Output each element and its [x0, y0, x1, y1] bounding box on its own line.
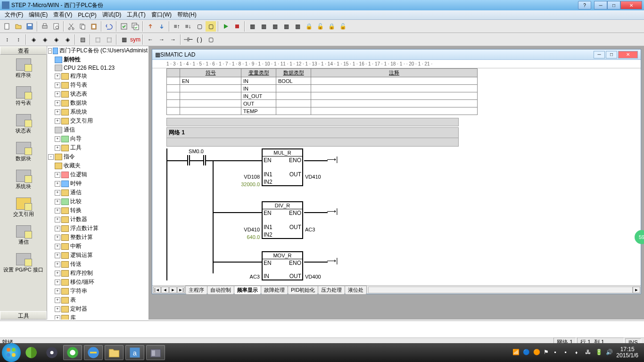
- tree-comm[interactable]: 通信: [47, 125, 149, 134]
- tree-data[interactable]: +数据块: [47, 99, 149, 107]
- tab-main[interactable]: 主程序: [185, 286, 207, 294]
- prev-bookmark-button[interactable]: ◈: [51, 34, 61, 45]
- menu-edit[interactable]: 编辑(E): [26, 10, 50, 20]
- minimize-button[interactable]: ─: [594, 1, 607, 9]
- output-panel[interactable]: [0, 321, 644, 337]
- task-360[interactable]: [63, 345, 82, 360]
- menu-help[interactable]: 帮助(H): [174, 10, 199, 20]
- tree-tools[interactable]: +工具: [47, 143, 149, 152]
- poe-comments-button[interactable]: ▢: [206, 21, 216, 32]
- start-button[interactable]: [2, 343, 21, 362]
- task-app1[interactable]: [22, 345, 41, 360]
- print-button[interactable]: [40, 21, 50, 32]
- ladder-content[interactable]: 网络 1 SM0.0 MUL_R: [152, 117, 641, 285]
- volume-icon[interactable]: 🔊: [606, 349, 613, 356]
- compile-all-button[interactable]: [130, 21, 140, 32]
- tree-int[interactable]: +整数计算: [47, 233, 149, 242]
- tree-progctrl[interactable]: +程序控制: [47, 269, 149, 278]
- copy-button[interactable]: [77, 21, 88, 32]
- menu-window[interactable]: 窗口(W): [149, 10, 174, 20]
- tab-last-button[interactable]: ►|: [177, 287, 185, 293]
- tree-shift[interactable]: +移位/循环: [47, 278, 149, 287]
- tab-fault[interactable]: 故障处理: [261, 286, 288, 294]
- tree-compare[interactable]: +比较: [47, 197, 149, 206]
- paste-button[interactable]: [89, 21, 99, 32]
- menu-plc[interactable]: PLC(P): [75, 11, 99, 19]
- download-button[interactable]: [157, 21, 167, 32]
- flag-icon[interactable]: ⚑: [544, 349, 551, 356]
- tree-wizard[interactable]: +向导: [47, 134, 149, 143]
- nav-cross-ref[interactable]: 交叉引用: [0, 194, 47, 222]
- tree-bitlogic[interactable]: +位逻辑: [47, 170, 149, 179]
- tree-sys[interactable]: +系统块: [47, 107, 149, 116]
- tree-fav[interactable]: 收藏夹: [47, 161, 149, 170]
- wifi-icon[interactable]: 📶: [512, 349, 520, 356]
- menu-debug[interactable]: 调试(D): [99, 10, 124, 20]
- toggle-bookmark-button[interactable]: ◈: [28, 34, 39, 45]
- open-button[interactable]: [13, 21, 24, 32]
- insert-network-button[interactable]: ≡↑: [172, 21, 182, 32]
- read-forced-button[interactable]: 🔓: [338, 21, 348, 32]
- tab-auto[interactable]: 自动控制: [207, 286, 234, 294]
- sort-asc-button[interactable]: ↕: [2, 34, 12, 45]
- compile-button[interactable]: [119, 21, 129, 32]
- tree-sym[interactable]: +符号表: [47, 81, 149, 90]
- tree-clock[interactable]: +时钟: [47, 179, 149, 188]
- sym-addr-button[interactable]: ▦: [119, 34, 129, 45]
- nav-pgpc[interactable]: 设置 PG/PC 接口: [0, 249, 47, 277]
- sort-desc-button[interactable]: ↕: [13, 34, 24, 45]
- block-mul-r[interactable]: MUL_R ENENO IN1OUT IN2: [262, 148, 303, 186]
- unforce-button[interactable]: 🔓: [315, 21, 325, 32]
- tree-float[interactable]: +浮点数计算: [47, 224, 149, 233]
- delete-network-button[interactable]: ≡↓: [183, 21, 193, 32]
- clock[interactable]: 17:15 2015/1/6: [616, 346, 638, 359]
- menu-view[interactable]: 查看(V): [50, 10, 75, 20]
- nav-status-table[interactable]: 状态表: [0, 110, 47, 138]
- tree-instr[interactable]: -指令: [47, 152, 149, 161]
- menu-file[interactable]: 文件(F): [2, 10, 26, 20]
- block-mov-r[interactable]: MOV_R ENENO INOUT: [262, 251, 303, 280]
- task-app2[interactable]: a: [125, 345, 144, 360]
- nav-symbol-table[interactable]: 符号表: [0, 82, 47, 110]
- tray-icon[interactable]: 🔵: [523, 349, 530, 356]
- tree-cpu[interactable]: CPU 226 REL 01.23: [47, 64, 149, 72]
- tree-interrupt[interactable]: +中断: [47, 242, 149, 251]
- undo-button[interactable]: [104, 21, 114, 32]
- toggle-poe-button[interactable]: ▢: [194, 21, 205, 32]
- write-all-button[interactable]: ▦: [292, 21, 303, 32]
- line-right-button[interactable]: →: [157, 34, 167, 45]
- upload-button[interactable]: [145, 21, 156, 32]
- tab-level[interactable]: 液位处: [345, 286, 367, 294]
- task-step7[interactable]: [146, 345, 165, 360]
- tray-icon2[interactable]: 🟠: [533, 349, 541, 356]
- help-context-button[interactable]: ?: [578, 1, 591, 9]
- tree-move[interactable]: +传送: [47, 260, 149, 269]
- block-div-r[interactable]: DIV_R ENENO IN1OUT IN2: [262, 201, 303, 239]
- tab-freq[interactable]: 频率显示: [234, 286, 261, 294]
- cut-button[interactable]: [66, 21, 76, 32]
- scroll-right-button[interactable]: ►: [633, 287, 640, 293]
- tree-timer[interactable]: +定时器: [47, 304, 149, 313]
- line-up-button[interactable]: →: [168, 34, 178, 45]
- tree-status[interactable]: +状态表: [47, 90, 149, 99]
- lad-min-button[interactable]: ─: [594, 51, 605, 58]
- tree-convert[interactable]: +转换: [47, 206, 149, 215]
- tab-pid[interactable]: PID初始化: [288, 286, 318, 294]
- tree-lib[interactable]: +库: [47, 313, 149, 320]
- tree-counter[interactable]: +计数器: [47, 215, 149, 224]
- program-status-button[interactable]: ▦: [247, 21, 257, 32]
- chart-status-button[interactable]: ▦: [270, 21, 280, 32]
- tree-new[interactable]: 新特性: [47, 55, 149, 64]
- ref-button[interactable]: ⬚: [92, 34, 103, 45]
- tree-xref[interactable]: +交叉引用: [47, 116, 149, 125]
- tree-comm2[interactable]: +通信: [47, 188, 149, 197]
- maximize-button[interactable]: □: [607, 1, 620, 9]
- network-comment[interactable]: [166, 138, 459, 147]
- save-button[interactable]: [25, 21, 35, 32]
- nav-comm[interactable]: 通信: [0, 222, 47, 249]
- tree-table[interactable]: +表: [47, 296, 149, 304]
- ref2-button[interactable]: ⬚: [104, 34, 114, 45]
- network-icon[interactable]: 🖧: [585, 349, 593, 356]
- lad-max-button[interactable]: □: [606, 51, 617, 58]
- tree-prog[interactable]: +程序块: [47, 72, 149, 81]
